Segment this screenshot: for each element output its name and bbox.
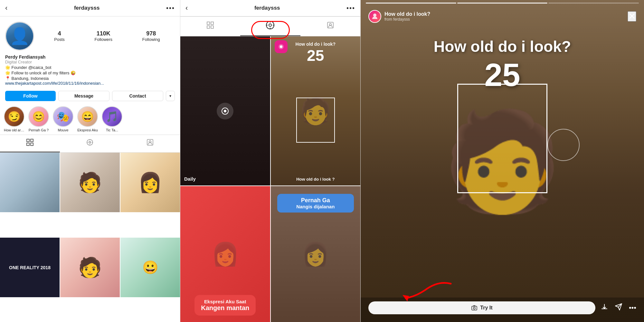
bio-role: Digital Creator (5, 60, 175, 64)
tab-tagged[interactable] (120, 135, 180, 152)
daily-label: Daily (184, 176, 196, 182)
reels-panel: ‹ ferdaysss ••• (180, 0, 361, 322)
tab-reels[interactable] (60, 135, 120, 152)
svg-rect-10 (207, 26, 210, 28)
more-options-button[interactable]: ••• (629, 304, 636, 312)
highlight-circle: 🎭 (53, 106, 73, 127)
svg-rect-0 (27, 139, 29, 142)
download-button[interactable] (601, 303, 608, 313)
photo-grid: 🧑 👩 ONE REALITY 2018 🧑 😀 (0, 153, 180, 322)
highlight-image: 🎭 (53, 107, 73, 126)
reels-icon (86, 139, 93, 148)
camera-icon (471, 305, 478, 311)
story-panel: How old do i look? from ferdaysss ✕ How … (361, 0, 644, 322)
svg-rect-3 (31, 143, 33, 146)
howold-badge (275, 40, 288, 53)
ekspresi-line1: Ekspresi Aku Saat (201, 299, 249, 304)
profile-username: ferdaysss (74, 5, 99, 11)
reels-more-button[interactable]: ••• (346, 5, 355, 12)
pernahga-line1: Pernah Ga (282, 197, 349, 204)
avatar[interactable] (5, 22, 34, 51)
follow-button[interactable]: Follow (5, 91, 56, 101)
highlight-image: 😊 (29, 107, 48, 126)
followers-count: 110K (97, 30, 110, 37)
following-stat[interactable]: 978 Following (142, 30, 160, 42)
chevron-button[interactable]: ▾ (166, 91, 175, 101)
following-count: 978 (146, 30, 156, 37)
profile-stats-row: 4 Posts 110K Followers 978 Following (0, 16, 180, 53)
svg-point-7 (149, 141, 151, 143)
highlight-item[interactable]: 😊 Pernah Ga ? (28, 106, 49, 132)
story-user-info: How old do i look? from ferdaysss (368, 10, 430, 23)
grid-item[interactable] (0, 153, 60, 212)
more-options-button[interactable]: ••• (166, 5, 175, 12)
highlight-item[interactable]: 🎭 Mouve (53, 106, 73, 132)
bio-name: Perdy Ferdiansyah (5, 54, 175, 60)
highlight-item[interactable]: 😏 How old are... (4, 106, 24, 132)
bio-link[interactable]: www.thejakartapost.com/life/2018/11/16/i… (5, 81, 175, 86)
highlight-circle: 🎵 (102, 106, 122, 127)
send-button[interactable] (615, 303, 622, 313)
svg-rect-9 (211, 22, 213, 24)
grid-item[interactable]: ONE REALITY 2018 (0, 238, 60, 297)
svg-point-23 (473, 307, 475, 309)
highlight-label: Mouve (58, 128, 68, 132)
grid-item[interactable]: 👩 (120, 153, 180, 212)
story-header: How old do i look? from ferdaysss ✕ (361, 4, 644, 25)
svg-rect-22 (472, 306, 477, 310)
story-action-icons: ••• (601, 303, 636, 313)
story-filter-name: How old do i look? (384, 11, 430, 17)
face-detection-circle (547, 129, 580, 161)
reel-item-pernahga[interactable]: 👩 Pernah Ga Nangis dijalanan (271, 186, 361, 322)
highlight-circle: 😄 (77, 106, 98, 127)
reel-item-howold[interactable]: 🧑 How old do i look? 25 How old do i loo… (271, 36, 361, 185)
reels-icon (266, 21, 275, 32)
howold-bottom: How old do i look ? (271, 177, 361, 182)
svg-marker-21 (402, 295, 409, 301)
svg-rect-11 (211, 26, 213, 28)
svg-rect-8 (207, 22, 210, 24)
highlight-label: How old are... (4, 128, 24, 132)
highlight-label: Pernah Ga ? (29, 128, 49, 132)
contact-button[interactable]: Contact (112, 91, 163, 101)
highlight-item[interactable]: 🎵 Tic Ta... (102, 106, 122, 132)
highlight-image: 🎵 (102, 107, 122, 126)
following-label: Following (142, 37, 160, 42)
story-close-button[interactable]: ✕ (628, 11, 636, 22)
reels-tab-tagged[interactable] (300, 17, 360, 36)
profile-header: ‹ ferdaysss ••• (0, 0, 180, 16)
reels-tab-grid[interactable] (180, 17, 240, 36)
tagged-icon (327, 22, 334, 31)
ekspresi-line2: Kangen mantan (201, 304, 249, 312)
tab-grid[interactable] (0, 135, 60, 152)
grid-item[interactable]: 🧑 (60, 238, 120, 297)
posts-stat[interactable]: 4 Posts (54, 30, 65, 42)
profile-bio: Perdy Ferdiansyah Digital Creator 🌟 Foun… (0, 53, 180, 88)
grid-icon (207, 22, 214, 31)
face-detection-rect (457, 84, 547, 193)
reel-item-ekspresi[interactable]: 👩 Ekspresi Aku Saat Kangen mantan (180, 186, 270, 322)
svg-point-13 (269, 24, 271, 26)
highlight-image: 😏 (5, 107, 24, 126)
story-avatar (368, 10, 381, 23)
story-user-text: How old do i look? from ferdaysss (384, 11, 430, 22)
reel-item-daily[interactable]: Daily (180, 36, 270, 185)
profile-panel: ‹ ferdaysss ••• 4 Posts 110K Followers 9… (0, 0, 180, 322)
grid-item[interactable]: 🧑 (60, 153, 120, 212)
highlight-item[interactable]: 😄 Ekspresi Aku (77, 106, 98, 132)
reels-tab-reels[interactable] (240, 17, 300, 36)
action-buttons: Follow Message Contact ▾ (0, 88, 180, 104)
followers-stat[interactable]: 110K Followers (94, 30, 112, 42)
reels-tabs (180, 16, 360, 36)
reels-back-button[interactable]: ‹ (185, 4, 188, 12)
red-arrow (399, 277, 451, 304)
message-button[interactable]: Message (58, 91, 109, 101)
back-button[interactable]: ‹ (5, 4, 7, 12)
highlight-circle: 😊 (28, 106, 49, 127)
bio-line3: 📍 Bandung, Indonesia (5, 76, 175, 81)
svg-point-19 (280, 45, 282, 48)
profile-tabs (0, 135, 180, 153)
try-it-label: Try It (480, 305, 492, 311)
reels-grid: Daily 🧑 How old do i look? 25 How old do… (180, 36, 360, 322)
grid-item[interactable]: 😀 (120, 238, 180, 297)
